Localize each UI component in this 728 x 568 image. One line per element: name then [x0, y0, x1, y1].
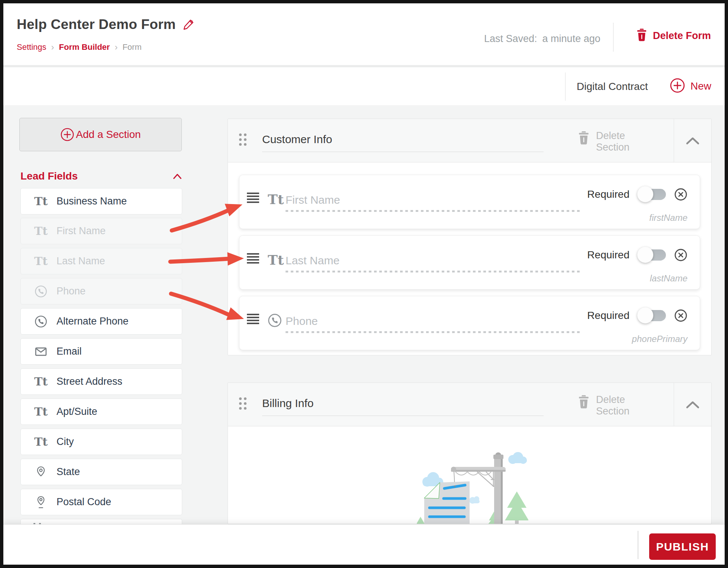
publish-button[interactable]: PUBLISH [649, 533, 716, 560]
plus-circle-icon [670, 78, 685, 95]
sidebar-item-state[interactable]: State [20, 459, 182, 485]
toggle-knob [637, 247, 653, 263]
sidebar-item-email[interactable]: Email [20, 338, 182, 365]
new-label: New [690, 80, 711, 92]
section-header-divider [674, 119, 674, 162]
text-icon: Tt [33, 406, 48, 417]
map-pin-icon [33, 466, 48, 478]
collapse-section-chevron-icon[interactable] [684, 399, 701, 410]
add-section-button[interactable]: Add a Section [19, 118, 182, 151]
lead-fields-header[interactable]: Lead Fields [20, 170, 182, 182]
sidebar-item-label: Phone [57, 285, 86, 297]
breadcrumb-chevron-icon: › [115, 42, 117, 52]
text-icon: Tt [268, 253, 284, 267]
breadcrumb: Settings › Form Builder › Form [17, 42, 142, 52]
section-header: Customer Info Delete Section [228, 119, 711, 162]
delete-section-label: Delete Section [596, 394, 629, 417]
sidebar-item-label: Alternate Phone [57, 316, 129, 327]
text-icon: Tt [33, 256, 48, 267]
email-icon [33, 345, 48, 358]
text-icon: Tt [268, 193, 284, 206]
required-toggle[interactable] [638, 189, 666, 200]
drag-handle-icon[interactable] [247, 314, 259, 324]
text-icon: Tt [33, 376, 48, 387]
field-input-underline [286, 210, 581, 212]
text-icon: Tt [33, 436, 48, 448]
sidebar-item-postal-code[interactable]: Postal Code [20, 489, 182, 515]
collapse-section-chevron-icon[interactable] [684, 135, 701, 146]
last-saved-value: a minute ago [542, 33, 600, 45]
field-placeholder[interactable]: Last Name [286, 254, 339, 267]
breadcrumb-form: Form [122, 42, 141, 52]
breadcrumb-form-builder[interactable]: Form Builder [59, 42, 110, 52]
section-billing-info: Billing Info Delete Section [228, 383, 712, 524]
sidebar-item-business-name[interactable]: Tt Business Name [20, 188, 182, 214]
sidebar-item-label: Street Address [57, 376, 122, 387]
section-title-underline [262, 152, 544, 152]
section-header-divider [674, 383, 674, 426]
required-label: Required [587, 310, 629, 322]
delete-section-button[interactable]: Delete Section [577, 394, 629, 417]
remove-field-icon[interactable] [674, 309, 687, 322]
lead-fields-label: Lead Fields [20, 170, 78, 182]
last-saved-status: Last Saved: a minute ago [484, 33, 600, 45]
paper-icon [424, 481, 470, 524]
drag-handle-icon[interactable] [239, 397, 247, 410]
delete-section-button[interactable]: Delete Section [577, 130, 629, 153]
sidebar-item-street-address[interactable]: Tt Street Address [20, 368, 182, 395]
header-divider [613, 23, 613, 52]
drag-handle-icon[interactable] [247, 193, 259, 203]
field-input-underline [286, 271, 581, 272]
drag-handle-icon[interactable] [239, 133, 247, 146]
delete-section-label: Delete Section [596, 130, 629, 153]
section-title[interactable]: Billing Info [262, 397, 313, 410]
sidebar-item-label: Postal Code [57, 496, 111, 508]
billing-illustration [417, 451, 528, 524]
cloud-icon [469, 496, 480, 504]
tree-icon [417, 517, 425, 524]
phone-icon [33, 315, 48, 328]
field-placeholder[interactable]: First Name [286, 194, 340, 206]
page-title: Help Center Demo Form [17, 17, 176, 32]
breadcrumb-settings[interactable]: Settings [17, 42, 46, 52]
breadcrumb-chevron-icon: › [51, 42, 54, 52]
sidebar-item-city[interactable]: Tt City [20, 429, 182, 455]
sidebar-item-first-name: Tt First Name [20, 218, 182, 244]
remove-field-icon[interactable] [674, 188, 687, 201]
sidebar-item-label: Apt/Suite [57, 406, 97, 417]
trash-icon [577, 130, 590, 153]
footer-bar: PUBLISH [3, 524, 725, 565]
required-toggle[interactable] [638, 249, 666, 261]
sidebar-item-partial [20, 519, 182, 525]
toolbar-divider [565, 72, 566, 101]
required-label: Required [587, 188, 629, 200]
delete-form-button[interactable]: Delete Form [636, 28, 711, 43]
sidebar-item-label: State [57, 466, 80, 478]
footer-divider [638, 531, 638, 559]
page-header: Help Center Demo Form Settings › Form Bu… [3, 3, 725, 65]
add-section-label: Add a Section [76, 129, 141, 141]
chevron-up-icon [173, 172, 182, 180]
map-pin-underline-icon [33, 496, 48, 509]
cloud-icon [508, 452, 527, 464]
field-placeholder[interactable]: Phone [286, 315, 318, 327]
last-saved-label: Last Saved: [484, 33, 537, 45]
form-builder-app: Help Center Demo Form Settings › Form Bu… [0, 0, 728, 568]
trash-icon [636, 28, 648, 43]
toggle-knob [637, 186, 653, 202]
drag-handle-icon[interactable] [247, 253, 259, 264]
section-title-underline [262, 416, 544, 416]
toggle-knob [637, 307, 653, 323]
section-title[interactable]: Customer Info [262, 133, 332, 146]
edit-title-pencil-icon[interactable] [183, 18, 195, 31]
delete-form-label: Delete Form [653, 30, 711, 42]
required-toggle[interactable] [638, 310, 666, 321]
remove-field-icon[interactable] [674, 248, 687, 262]
field-card-last-name: Tt Last Name Required lastName [239, 235, 700, 290]
sidebar-item-label: City [57, 436, 74, 448]
sidebar-item-alternate-phone[interactable]: Alternate Phone [20, 308, 182, 335]
sidebar-item-apt-suite[interactable]: Tt Apt/Suite [20, 398, 182, 425]
new-contract-button[interactable]: New [670, 78, 711, 95]
phone-icon [268, 311, 285, 330]
toolbar: Digital Contract New [3, 67, 725, 105]
